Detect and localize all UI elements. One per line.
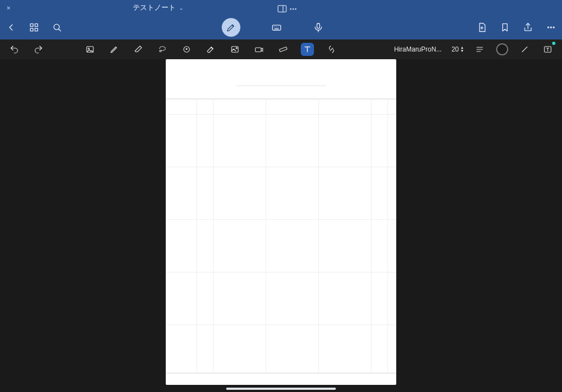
svg-line-31 (522, 47, 527, 52)
document-title: テストノート (133, 3, 176, 13)
svg-rect-27 (279, 47, 287, 52)
font-size-stepper[interactable]: 20 ▴▾ (452, 46, 463, 53)
svg-point-17 (548, 27, 549, 28)
svg-point-22 (160, 50, 161, 52)
home-indicator[interactable] (226, 388, 336, 390)
share-button[interactable] (522, 22, 533, 33)
back-button[interactable] (5, 22, 16, 33)
page[interactable] (166, 59, 396, 385)
svg-rect-26 (255, 48, 261, 52)
svg-point-21 (88, 48, 89, 49)
mic-button[interactable] (313, 22, 324, 33)
main-toolbar-center (82, 18, 463, 37)
shape-button[interactable] (180, 43, 193, 56)
text-color-swatch[interactable] (496, 43, 508, 55)
align-button[interactable] (473, 43, 486, 56)
redo-button[interactable] (32, 43, 45, 56)
keyboard-button[interactable] (271, 22, 282, 33)
image-insert-button[interactable] (83, 43, 97, 56)
font-name-selector[interactable]: HiraMaruProN... (394, 46, 442, 53)
app-root: × テストノート ⌄ ••• (0, 0, 562, 392)
link-button[interactable] (325, 43, 338, 56)
svg-rect-4 (30, 29, 33, 31)
svg-line-7 (59, 29, 61, 31)
header: × テストノート ⌄ ••• (0, 0, 562, 39)
search-button[interactable] (52, 22, 63, 33)
add-page-button[interactable] (476, 22, 487, 33)
ribbon-history (8, 43, 45, 56)
svg-rect-24 (232, 47, 238, 53)
lasso-button[interactable] (156, 43, 169, 56)
multitask-control[interactable]: ••• (277, 3, 297, 14)
main-toolbar-left (5, 22, 82, 33)
close-button[interactable]: × (7, 4, 10, 12)
tool-ribbon: HiraMaruProN... 20 ▴▾ (0, 39, 562, 59)
eraser-button[interactable] (132, 43, 145, 56)
camera-button[interactable] (252, 43, 266, 56)
titlebar: × テストノート ⌄ ••• (0, 0, 562, 15)
bookmark-button[interactable] (499, 22, 510, 33)
svg-rect-3 (35, 24, 38, 26)
ribbon-tools (83, 43, 338, 56)
stepper-icon: ▴▾ (461, 46, 463, 53)
pen-mode-button[interactable] (222, 18, 240, 37)
svg-point-19 (553, 27, 554, 28)
svg-rect-8 (273, 25, 281, 30)
textbox-button[interactable] (541, 43, 554, 56)
svg-rect-5 (35, 29, 38, 31)
pen-mode-icon (226, 22, 237, 33)
pen-button[interactable] (108, 43, 121, 56)
grid-button[interactable] (29, 22, 40, 33)
badge-dot (552, 42, 555, 45)
text-button[interactable] (301, 43, 314, 56)
svg-point-18 (550, 27, 552, 28)
page-template (166, 59, 396, 385)
ruler-button[interactable] (277, 43, 290, 56)
photo-button[interactable] (228, 43, 241, 56)
more-button[interactable] (546, 22, 557, 33)
ellipsis-icon: ••• (290, 6, 297, 12)
ribbon-text-options: HiraMaruProN... 20 ▴▾ (394, 43, 554, 56)
main-toolbar (0, 15, 562, 39)
chevron-down-icon: ⌄ (179, 5, 183, 11)
svg-rect-13 (317, 24, 320, 29)
document-title-button[interactable]: テストノート ⌄ (133, 3, 183, 13)
split-view-icon (277, 3, 288, 14)
highlighter-button[interactable] (204, 43, 217, 56)
svg-point-25 (236, 48, 237, 49)
undo-button[interactable] (8, 43, 21, 56)
canvas-area[interactable] (0, 59, 562, 392)
font-size-value: 20 (452, 46, 459, 53)
line-tool-button[interactable] (518, 43, 531, 56)
main-toolbar-right (463, 22, 557, 33)
svg-rect-2 (30, 24, 33, 26)
svg-rect-0 (278, 5, 286, 12)
